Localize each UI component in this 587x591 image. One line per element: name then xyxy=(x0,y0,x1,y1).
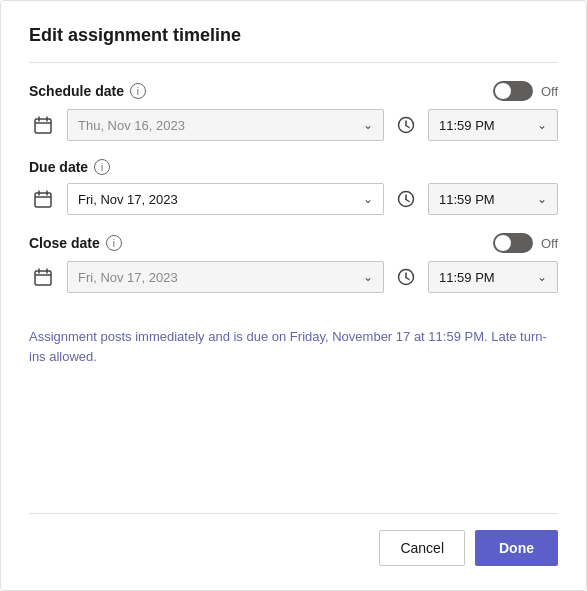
dialog-title: Edit assignment timeline xyxy=(29,25,558,46)
close-date-toggle-label: Off xyxy=(541,236,558,251)
header-divider xyxy=(29,62,558,63)
close-date-calendar-icon[interactable] xyxy=(29,263,57,291)
schedule-date-value: Thu, Nov 16, 2023 xyxy=(78,118,185,133)
due-date-time-picker[interactable]: 11:59 PM ⌄ xyxy=(428,183,558,215)
due-date-time-chevron-icon: ⌄ xyxy=(537,192,547,206)
schedule-date-time-picker[interactable]: 11:59 PM ⌄ xyxy=(428,109,558,141)
done-button[interactable]: Done xyxy=(475,530,558,566)
close-date-chevron-icon: ⌄ xyxy=(363,270,373,284)
svg-rect-7 xyxy=(35,193,51,207)
due-date-time-value: 11:59 PM xyxy=(439,192,495,207)
close-date-info-icon[interactable]: i xyxy=(106,235,122,251)
svg-line-13 xyxy=(406,200,409,202)
due-date-clock-icon xyxy=(394,187,418,211)
close-date-toggle[interactable] xyxy=(493,233,533,253)
schedule-date-toggle[interactable] xyxy=(493,81,533,101)
svg-rect-14 xyxy=(35,271,51,285)
dialog-footer: Cancel Done xyxy=(29,513,558,566)
due-date-calendar-icon[interactable] xyxy=(29,185,57,213)
svg-line-20 xyxy=(406,278,409,280)
due-date-value: Fri, Nov 17, 2023 xyxy=(78,192,178,207)
schedule-date-time-row: Thu, Nov 16, 2023 ⌄ 11:59 PM ⌄ xyxy=(29,109,558,141)
close-date-label: Close date xyxy=(29,235,100,251)
due-date-info-icon[interactable]: i xyxy=(94,159,110,175)
due-date-label-row: Due date i xyxy=(29,159,110,175)
schedule-date-calendar-icon[interactable] xyxy=(29,111,57,139)
schedule-date-info-icon[interactable]: i xyxy=(130,83,146,99)
edit-assignment-timeline-dialog: Edit assignment timeline Schedule date i… xyxy=(0,0,587,591)
schedule-date-chevron-icon: ⌄ xyxy=(363,118,373,132)
close-date-toggle-row: Off xyxy=(493,233,558,253)
schedule-date-header: Schedule date i Off xyxy=(29,81,558,101)
close-date-picker[interactable]: Fri, Nov 17, 2023 ⌄ xyxy=(67,261,384,293)
svg-line-6 xyxy=(406,126,409,128)
cancel-button[interactable]: Cancel xyxy=(379,530,465,566)
due-date-section: Due date i Fri, Nov 17, 2023 ⌄ xyxy=(29,159,558,215)
due-date-header: Due date i xyxy=(29,159,558,175)
svg-rect-0 xyxy=(35,119,51,133)
close-date-time-picker[interactable]: 11:59 PM ⌄ xyxy=(428,261,558,293)
close-date-header: Close date i Off xyxy=(29,233,558,253)
due-date-time-row: Fri, Nov 17, 2023 ⌄ 11:59 PM ⌄ xyxy=(29,183,558,215)
due-date-picker[interactable]: Fri, Nov 17, 2023 ⌄ xyxy=(67,183,384,215)
schedule-date-label: Schedule date xyxy=(29,83,124,99)
schedule-date-section: Schedule date i Off Thu, Nov 16, xyxy=(29,81,558,141)
close-date-toggle-knob xyxy=(495,235,511,251)
schedule-date-picker[interactable]: Thu, Nov 16, 2023 ⌄ xyxy=(67,109,384,141)
schedule-date-time-value: 11:59 PM xyxy=(439,118,495,133)
close-date-time-row: Fri, Nov 17, 2023 ⌄ 11:59 PM ⌄ xyxy=(29,261,558,293)
schedule-date-clock-icon xyxy=(394,113,418,137)
close-date-label-row: Close date i xyxy=(29,235,122,251)
close-date-time-chevron-icon: ⌄ xyxy=(537,270,547,284)
close-date-value: Fri, Nov 17, 2023 xyxy=(78,270,178,285)
close-date-section: Close date i Off Fri, Nov 17, 202 xyxy=(29,233,558,293)
close-date-time-value: 11:59 PM xyxy=(439,270,495,285)
schedule-date-toggle-knob xyxy=(495,83,511,99)
schedule-date-time-chevron-icon: ⌄ xyxy=(537,118,547,132)
due-date-label: Due date xyxy=(29,159,88,175)
schedule-date-toggle-row: Off xyxy=(493,81,558,101)
schedule-date-label-row: Schedule date i xyxy=(29,83,146,99)
close-date-clock-icon xyxy=(394,265,418,289)
schedule-date-toggle-label: Off xyxy=(541,84,558,99)
assignment-info-text: Assignment posts immediately and is due … xyxy=(29,327,558,366)
due-date-chevron-icon: ⌄ xyxy=(363,192,373,206)
